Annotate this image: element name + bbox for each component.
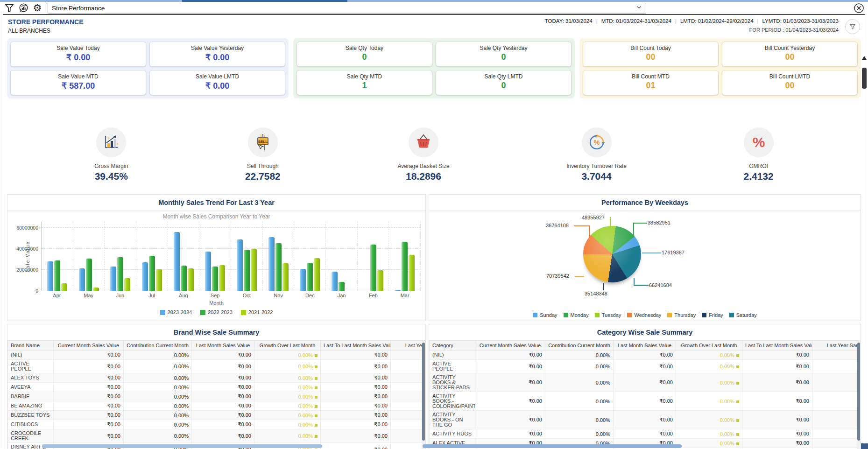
kpi-card[interactable]: Bill Count Yesterday00 xyxy=(722,42,858,67)
kpi-card[interactable]: Sale Value LMTD₹ 0.00 xyxy=(149,70,285,95)
table-row[interactable]: ACTIVITY RUGS₹0.000.00%₹0.000.00%₹0.00 xyxy=(430,429,861,439)
bar-2021-2022-dec[interactable] xyxy=(314,258,320,291)
bar-2021-2022-aug[interactable] xyxy=(188,268,194,291)
kpi-card[interactable]: Sale Value MTD₹ 587.00 xyxy=(10,70,146,95)
bar-2023-2024-may[interactable] xyxy=(79,268,85,291)
bar-2021-2022-sep[interactable] xyxy=(219,265,225,291)
column-header[interactable]: Growth Over Last Month xyxy=(254,341,321,351)
bar-2023-2024-mar[interactable] xyxy=(395,290,401,291)
table-row[interactable]: ACTIVE PEOPLE₹0.000.00%₹0.000.00%₹0.00 xyxy=(8,360,426,373)
kpi-card[interactable]: Bill Count LMTD00 xyxy=(722,70,858,95)
kpi-card[interactable]: Bill Count MTD01 xyxy=(583,70,719,95)
bar-2023-2024-aug[interactable] xyxy=(174,232,180,291)
bar-2022-2023-nov[interactable] xyxy=(275,243,282,291)
column-header[interactable]: Contribution Current Month xyxy=(545,341,614,351)
bar-2023-2024-jul[interactable] xyxy=(142,262,148,291)
bar-2021-2022-jul[interactable] xyxy=(156,269,162,291)
column-header[interactable]: Brand Name xyxy=(8,341,54,351)
brand-table-hscrollbar[interactable] xyxy=(42,444,322,448)
bar-2021-2022-oct[interactable] xyxy=(251,249,257,291)
period-filter-button[interactable] xyxy=(845,19,860,34)
kpi-card[interactable]: Sale Qty Yesterday0 xyxy=(436,42,572,67)
bar-2023-2024-jan[interactable] xyxy=(332,272,338,291)
bar-2023-2024-jun[interactable] xyxy=(110,267,116,291)
weekday-pie[interactable] xyxy=(583,226,641,282)
gear-icon[interactable]: ⚙ xyxy=(32,2,43,14)
column-header[interactable]: Current Month Sales Value xyxy=(54,341,124,351)
table-row[interactable]: BARBIE₹0.000.00%₹0.000.00%₹0.00 xyxy=(8,392,426,401)
kpi-card[interactable]: Sale Qty LMTD0 xyxy=(436,70,572,95)
bar-2022-2023-aug[interactable] xyxy=(181,266,187,291)
legend-label: 2022-2023 xyxy=(208,309,233,315)
kpi-card[interactable]: Sale Value Today₹ 0.00 xyxy=(10,42,146,67)
bar-chart-plot: 0200000004000000060000000 xyxy=(41,222,421,291)
bar-2021-2022-mar[interactable] xyxy=(409,255,415,291)
bar-2021-2022-apr[interactable] xyxy=(61,283,67,291)
bar-2022-2023-dec[interactable] xyxy=(307,263,313,291)
column-header[interactable]: Last To Last Month Sales Value xyxy=(742,341,812,351)
category-table-scrollbar[interactable] xyxy=(857,341,861,449)
kpi-card[interactable]: Bill Count Today00 xyxy=(583,42,719,67)
row-name-cell: CITIBLOCS xyxy=(8,420,54,429)
table-row[interactable]: (NIL)₹0.000.00%₹0.000.00%₹0.00 xyxy=(8,351,426,360)
category-table-hscrollbar[interactable] xyxy=(423,444,682,448)
bar-2023-2024-apr[interactable] xyxy=(47,261,53,291)
table-row[interactable]: ACTIVE PEOPLE₹0.000.00%₹0.000.00%₹0.00 xyxy=(430,360,861,373)
column-header[interactable]: Category xyxy=(430,341,475,351)
column-header[interactable]: Last Month Sales Value xyxy=(192,341,254,351)
bar-2021-2022-nov[interactable] xyxy=(282,263,289,291)
brand-table-scrollbar[interactable] xyxy=(422,341,425,449)
column-header[interactable]: Contribution Current Month xyxy=(124,341,192,351)
table-row[interactable]: BE AMAZING₹0.000.00%₹0.000.00%₹0.00 xyxy=(8,401,426,411)
x-axis-labels: AprMayJunJulAugSepOctNovDecJanFebMar xyxy=(41,293,421,298)
growth-indicator-icon xyxy=(315,405,318,408)
column-header[interactable]: Last Year Same xyxy=(812,341,861,351)
bar-2022-2023-mar[interactable] xyxy=(402,242,408,291)
bar-2022-2023-feb[interactable] xyxy=(370,245,376,291)
last-year-same-cell xyxy=(391,383,426,392)
bar-2023-2024-dec[interactable] xyxy=(300,269,306,291)
table-row[interactable]: CROCODILE CREEK₹0.000.00%₹0.000.00%₹0.00 xyxy=(8,429,426,443)
table-row[interactable]: ACTIVITY BOOKS - ON THE GO₹0.000.00%₹0.0… xyxy=(430,411,861,429)
bar-2022-2023-jan[interactable] xyxy=(339,282,345,291)
bar-2022-2023-jun[interactable] xyxy=(117,257,123,291)
table-row[interactable]: CITIBLOCS₹0.000.00%₹0.000.00%₹0.00 xyxy=(8,420,426,429)
kpi-card[interactable]: Sale Qty MTD1 xyxy=(296,70,432,95)
analytics-icon[interactable] xyxy=(18,2,29,14)
report-selector-combobox[interactable]: Store Performance xyxy=(48,3,646,14)
column-header[interactable]: Current Month Sales Value xyxy=(475,341,545,351)
table-row[interactable]: AVEEYA₹0.000.00%₹0.000.00%₹0.00 xyxy=(8,383,426,392)
last-to-last-month-cell: ₹0.00 xyxy=(321,360,391,373)
bar-2021-2022-feb[interactable] xyxy=(377,270,383,291)
page-vscrollbar-thumb[interactable] xyxy=(862,68,867,89)
bar-2022-2023-sep[interactable] xyxy=(212,267,218,291)
table-row[interactable]: ACTIVITY BOOKS - COLORING/PAINTI₹0.000.0… xyxy=(430,392,861,411)
table-row[interactable]: BUZZBEE TOYS₹0.000.00%₹0.000.00%₹0.00 xyxy=(8,411,426,420)
bar-2022-2023-may[interactable] xyxy=(86,259,92,291)
pie-callout-line xyxy=(633,223,647,224)
column-header[interactable]: Last Year Same xyxy=(391,341,426,351)
bar-2021-2022-jun[interactable] xyxy=(124,278,130,291)
bar-2023-2024-sep[interactable] xyxy=(205,252,211,291)
table-row[interactable]: ALEX TOYS₹0.000.00%₹0.000.00%₹0.00 xyxy=(8,373,426,383)
bar-2021-2022-may[interactable] xyxy=(93,288,99,291)
contribution-cell: 0.00% xyxy=(124,383,192,392)
kpi-card[interactable]: Sale Value Yesterday₹ 0.00 xyxy=(149,42,285,67)
table-row[interactable]: ACTIVITY BOOKS & STICKER PADS₹0.000.00%₹… xyxy=(430,373,861,392)
filter-icon[interactable] xyxy=(4,2,15,14)
bar-2023-2024-oct[interactable] xyxy=(237,239,243,291)
close-icon[interactable] xyxy=(853,2,864,14)
scroll-up-arrow[interactable] xyxy=(862,56,867,60)
last-month-sales-cell: ₹0.00 xyxy=(614,351,676,360)
last-year-same-cell xyxy=(391,443,426,449)
column-header[interactable]: Last Month Sales Value xyxy=(614,341,676,351)
column-header[interactable]: Last To Last Month Sales Value xyxy=(321,341,391,351)
bar-2022-2023-apr[interactable] xyxy=(54,260,60,291)
kpi-card[interactable]: Sale Qty Today0 xyxy=(296,42,432,67)
column-header[interactable]: Growth Over Last Month xyxy=(676,341,742,351)
table-row[interactable]: (NIL)₹0.000.00%₹0.000.00%₹0.00 xyxy=(430,351,861,360)
bar-2022-2023-oct[interactable] xyxy=(244,250,250,291)
bar-2022-2023-jul[interactable] xyxy=(149,256,155,291)
growth-value: 0.00% xyxy=(720,380,734,386)
bar-2023-2024-nov[interactable] xyxy=(268,237,275,291)
